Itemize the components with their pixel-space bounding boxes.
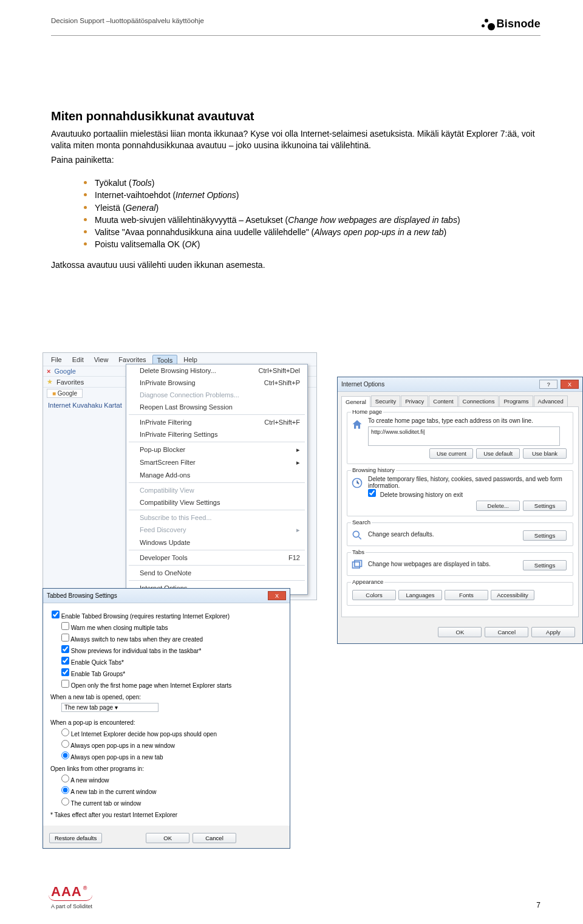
accessibility-button[interactable]: Accessibility (491, 590, 534, 600)
close-icon[interactable]: × (47, 368, 50, 375)
aaa-logo: AAA® A part of Soliditet (51, 884, 92, 909)
dialog-title-bar: Internet Options ? X (338, 377, 582, 392)
list-item: Yleistä (General) (84, 202, 540, 214)
home-url-input[interactable]: http://www.soliditet.fi| (368, 426, 560, 446)
enable-tabbed-check[interactable]: Enable Tabbed Browsing (requires restart… (50, 609, 282, 621)
tab-security[interactable]: Security (371, 395, 400, 406)
tabbed-browsing-dialog: Tabbed Browsing Settings X Enable Tabbed… (43, 588, 290, 849)
restore-defaults-button[interactable]: Restore defaults (49, 833, 102, 843)
menu-item[interactable]: InPrivate Filtering Settings (126, 428, 307, 440)
menu-item[interactable]: Pop-up Blocker▸ (126, 443, 307, 456)
list-item: Työkalut (Tools) (84, 177, 540, 189)
menu-view[interactable]: View (90, 355, 113, 366)
radio-option[interactable]: A new tab in the current window (50, 785, 282, 796)
check-option[interactable]: Enable Tab Groups* (50, 667, 282, 679)
aaa-mark-icon: AAA® (51, 884, 86, 900)
tools-dropdown: Delete Browsing History...Ctrl+Shift+Del… (126, 364, 308, 595)
menu-item[interactable]: Send to OneNote (126, 567, 307, 579)
tab-general[interactable]: General (341, 396, 370, 407)
delete-on-exit-check[interactable]: Delete browsing history on exit (368, 491, 463, 498)
languages-button[interactable]: Languages (398, 590, 442, 600)
radio-option[interactable]: Let Internet Explorer decide how pop-ups… (50, 727, 282, 739)
internet-options-dialog: Internet Options ? X General Security Pr… (337, 377, 583, 644)
tab-programs[interactable]: Programs (499, 395, 533, 406)
tab-connections[interactable]: Connections (459, 395, 499, 406)
ok-button[interactable]: OK (146, 833, 189, 843)
help-icon[interactable]: ? (539, 380, 557, 389)
list-item: Poistu valitsemalla OK (OK) (84, 238, 540, 250)
page-number: 7 (536, 901, 540, 909)
google-toolbar-label: Google (54, 368, 75, 375)
delete-button[interactable]: Delete... (476, 501, 520, 511)
menu-item[interactable]: Delete Browsing History...Ctrl+Shift+Del (126, 364, 307, 377)
check-option[interactable]: Always switch to new tabs when they are … (50, 632, 282, 644)
radio-option[interactable]: The current tab or window (50, 796, 282, 808)
colors-button[interactable]: Colors (352, 590, 396, 600)
tab-content[interactable]: Content (429, 395, 457, 406)
menu-item[interactable]: Windows Update (126, 536, 307, 549)
search-desc: Change search defaults. (368, 531, 434, 538)
star-icon[interactable]: ★ (47, 378, 53, 386)
settings-button[interactable]: Settings (523, 560, 567, 570)
menu-item: Compatibility View (126, 484, 307, 496)
use-current-button[interactable]: Use current (429, 448, 473, 459)
fonts-button[interactable]: Fonts (445, 590, 488, 600)
check-option[interactable]: Warn me when closing multiple tabs (50, 621, 282, 632)
check-option[interactable]: Show previews for individual tabs in the… (50, 644, 282, 655)
doc-title: Decision Support –luottopäätöspalvelu kä… (51, 17, 204, 24)
bisnode-wordmark: Bisnode (497, 18, 540, 30)
settings-button[interactable]: Settings (523, 501, 567, 511)
paragraph-after: Jatkossa avautuu uusi välilehti uuden ik… (51, 259, 540, 271)
menu-item[interactable]: InPrivate FilteringCtrl+Shift+F (126, 416, 307, 428)
list-item: Internet-vaihtoehdot (Internet Options) (84, 189, 540, 201)
use-default-button[interactable]: Use default (476, 448, 520, 459)
menu-item[interactable]: SmartScreen Filter▸ (126, 456, 307, 469)
browser-tab[interactable]: ■ Google (47, 389, 83, 398)
browsing-history-group: Browsing history Delete temporary files,… (347, 470, 573, 516)
apply-button[interactable]: Apply (531, 627, 575, 637)
tabs-group: Tabs Change how webpages are displayed i… (347, 552, 573, 576)
newtab-select[interactable]: The new tab page ▾ (61, 703, 159, 712)
group-legend: Browsing history (351, 467, 396, 473)
bisnode-logo: Bisnode (482, 17, 540, 30)
list-item: Muuta web-sivujen välilehtinäkyvyyttä – … (84, 214, 540, 226)
appearance-group: Appearance Colors Languages Fonts Access… (347, 582, 573, 606)
radio-option[interactable]: Always open pop-ups in a new window (50, 739, 282, 750)
check-option[interactable]: Enable Quick Tabs* (50, 655, 282, 667)
menu-item[interactable]: Compatibility View Settings (126, 496, 307, 508)
cancel-button[interactable]: Cancel (193, 833, 236, 843)
radio-option[interactable]: A new window (50, 773, 282, 785)
newtab-label: When a new tab is opened, open: (50, 694, 282, 700)
menu-item[interactable]: Manage Add-ons (126, 469, 307, 481)
radio-option[interactable]: Always open pop-ups in a new tab (50, 750, 282, 762)
io-tabstrip: General Security Privacy Content Connect… (338, 392, 582, 406)
check-option[interactable]: Open only the first home page when Inter… (50, 679, 282, 690)
settings-button[interactable]: Settings (523, 530, 567, 541)
cancel-button[interactable]: Cancel (485, 627, 528, 637)
history-icon (351, 477, 363, 489)
close-icon[interactable]: X (268, 591, 286, 600)
restart-note: * Takes effect after you restart Interne… (50, 812, 282, 818)
menu-item[interactable]: Reopen Last Browsing Session (126, 401, 307, 413)
dialog-footer: OK Cancel Apply (338, 621, 582, 643)
paragraph-1: Avautuuko portaaliin mielestäsi liian mo… (51, 128, 540, 152)
menu-item[interactable]: InPrivate BrowsingCtrl+Shift+P (126, 377, 307, 389)
menu-item: Diagnose Connection Problems... (126, 389, 307, 401)
use-blank-button[interactable]: Use blank (523, 448, 567, 459)
tab-advanced[interactable]: Advanced (534, 395, 568, 406)
ok-button[interactable]: OK (438, 627, 482, 637)
section-heading: Miten ponnahdusikkunat avautuvat (51, 109, 540, 123)
menu-file[interactable]: File (47, 355, 66, 366)
close-icon[interactable]: X (561, 380, 579, 389)
dialog-title-bar: Tabbed Browsing Settings X (43, 589, 290, 603)
favorites-label[interactable]: Favorites (56, 378, 84, 386)
instruction-list: Työkalut (Tools) Internet-vaihtoehdot (I… (84, 177, 540, 251)
page-header: Decision Support –luottopäätöspalvelu kä… (51, 17, 540, 30)
tab-privacy[interactable]: Privacy (401, 395, 428, 406)
menu-edit[interactable]: Edit (68, 355, 88, 366)
dialog-title: Internet Options (341, 381, 384, 388)
menu-item[interactable]: Developer ToolsF12 (126, 552, 307, 564)
home-desc: To create home page tabs, type each addr… (368, 417, 568, 424)
aaa-tagline: A part of Soliditet (51, 903, 92, 909)
tabs-icon (351, 559, 363, 571)
